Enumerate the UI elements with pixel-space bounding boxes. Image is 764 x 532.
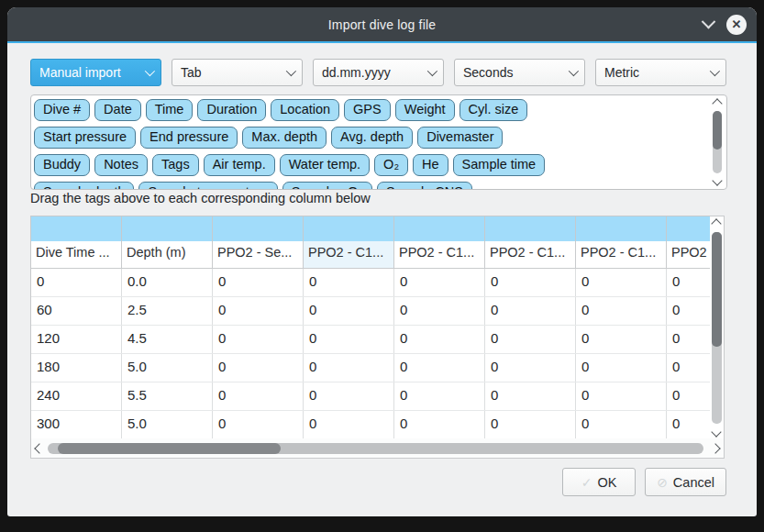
v-scrollbar-thumb[interactable] [712, 232, 722, 347]
tag-start-pressure[interactable]: Start pressure [34, 127, 136, 149]
table-cell[interactable]: 0 [304, 326, 394, 353]
table-cell[interactable]: 0 [667, 297, 710, 325]
tag-air-temp[interactable]: Air temp. [204, 154, 275, 176]
scroll-left-icon[interactable] [31, 445, 48, 452]
table-horizontal-scrollbar[interactable] [31, 438, 724, 458]
scroll-down-icon[interactable] [711, 427, 721, 437]
tag-sample-temperature[interactable]: Sample temperature [138, 182, 277, 190]
tag-sample-depth[interactable]: Sample depth [34, 182, 134, 190]
table-cell[interactable]: 0.0 [122, 269, 213, 296]
tag-sample-cns[interactable]: Sample CNS [377, 182, 472, 190]
column-header-5[interactable]: PPO2 - C1... [485, 241, 576, 268]
tag-dive[interactable]: Dive # [34, 99, 90, 121]
table-cell[interactable]: 0 [394, 326, 485, 353]
tag-gps[interactable]: GPS [344, 99, 391, 121]
table-cell[interactable]: 0 [576, 326, 667, 353]
drop-target-cell[interactable] [304, 216, 394, 241]
tag-date[interactable]: Date [94, 99, 141, 121]
table-cell[interactable]: 0 [485, 326, 576, 353]
v-scrollbar-track[interactable] [712, 232, 722, 424]
table-cell[interactable]: 0 [213, 382, 304, 410]
table-cell[interactable]: 0 [667, 354, 710, 382]
table-cell[interactable]: 0 [213, 326, 304, 353]
table-cell[interactable]: 0 [576, 354, 667, 382]
table-cell[interactable]: 0 [485, 411, 576, 438]
drop-target-cell[interactable] [31, 216, 122, 241]
tag-end-pressure[interactable]: End pressure [140, 127, 238, 149]
h-scrollbar-track[interactable] [48, 443, 703, 454]
tags-scrollbar-track[interactable] [713, 111, 722, 173]
column-header-4[interactable]: PPO2 - C1... [394, 241, 485, 268]
drop-target-cell[interactable] [213, 216, 304, 241]
table-cell[interactable]: 0 [304, 269, 394, 296]
table-cell[interactable]: 0 [394, 382, 485, 410]
table-cell[interactable]: 0 [394, 411, 485, 438]
table-cell[interactable]: 0 [576, 269, 667, 296]
table-cell[interactable]: 0 [213, 297, 304, 325]
table-cell[interactable]: 2.5 [122, 297, 213, 325]
column-header-2[interactable]: PPO2 - Se... [213, 241, 304, 268]
tag-water-temp[interactable]: Water temp. [280, 154, 370, 176]
tag-he[interactable]: He [413, 154, 448, 176]
tag-sample-po[interactable]: Sample pO₂ [282, 182, 372, 190]
tag-o[interactable]: O₂ [374, 154, 408, 176]
scroll-up-icon[interactable] [712, 98, 722, 108]
drop-target-cell[interactable] [667, 216, 710, 241]
scroll-down-icon[interactable] [712, 175, 722, 185]
table-cell[interactable]: 0 [576, 411, 667, 438]
table-cell[interactable]: 0 [213, 354, 304, 382]
tag-buddy[interactable]: Buddy [34, 154, 90, 176]
column-header-7[interactable]: PPO2 - C1... [667, 241, 710, 268]
drop-target-cell[interactable] [485, 216, 576, 241]
table-cell[interactable]: 120 [31, 326, 122, 353]
column-header-1[interactable]: Depth (m) [122, 241, 213, 268]
tag-duration[interactable]: Duration [197, 99, 266, 121]
table-cell[interactable]: 5.0 [122, 354, 213, 382]
table-cell[interactable]: 0 [576, 297, 667, 325]
field-separator-dropdown[interactable]: Tab [172, 59, 303, 86]
column-header-0[interactable]: Dive Time ... [31, 241, 122, 268]
table-cell[interactable]: 300 [31, 411, 122, 438]
close-button[interactable]: ✕ [726, 15, 747, 35]
tag-max-depth[interactable]: Max. depth [242, 127, 327, 149]
table-cell[interactable]: 0 [485, 382, 576, 410]
tag-notes[interactable]: Notes [94, 154, 148, 176]
import-mode-dropdown[interactable]: Manual import [30, 59, 161, 86]
table-cell[interactable]: 0 [213, 269, 304, 296]
drop-target-cell[interactable] [576, 216, 667, 241]
tag-sample-time[interactable]: Sample time [453, 154, 546, 176]
table-cell[interactable]: 0 [394, 269, 485, 296]
tags-scrollbar[interactable] [712, 98, 723, 186]
tags-scrollbar-thumb[interactable] [713, 111, 722, 150]
scroll-up-icon[interactable] [711, 218, 721, 228]
drop-target-cell[interactable] [394, 216, 485, 241]
table-cell[interactable]: 180 [31, 354, 122, 382]
table-cell[interactable]: 4.5 [122, 326, 213, 353]
table-cell[interactable]: 0 [485, 297, 576, 325]
table-cell[interactable]: 0 [667, 269, 710, 296]
shade-chevron-icon[interactable] [702, 15, 716, 29]
drop-target-cell[interactable] [122, 216, 213, 241]
table-cell[interactable]: 0 [485, 269, 576, 296]
tag-tags[interactable]: Tags [152, 154, 199, 176]
tag-weight[interactable]: Weight [395, 99, 455, 121]
table-cell[interactable]: 0 [304, 297, 394, 325]
tag-divemaster[interactable]: Divemaster [417, 127, 503, 149]
titlebar[interactable]: Import dive log file ✕ [7, 7, 757, 41]
tag-time[interactable]: Time [146, 99, 194, 121]
table-cell[interactable]: 0 [576, 382, 667, 410]
date-format-dropdown[interactable]: dd.mm.yyyy [313, 59, 444, 86]
table-vertical-scrollbar[interactable] [711, 218, 723, 438]
h-scrollbar-thumb[interactable] [58, 443, 281, 454]
table-cell[interactable]: 0 [31, 269, 122, 296]
scroll-right-icon[interactable] [707, 445, 724, 452]
tag-avg-depth[interactable]: Avg. depth [331, 127, 413, 149]
table-cell[interactable]: 0 [394, 354, 485, 382]
ok-button[interactable]: ✓ OK [562, 468, 636, 496]
column-header-6[interactable]: PPO2 - C1... [576, 241, 667, 268]
tag-cyl-size[interactable]: Cyl. size [460, 99, 528, 121]
table-cell[interactable]: 0 [304, 354, 394, 382]
tag-location[interactable]: Location [271, 99, 339, 121]
table-cell[interactable]: 5.5 [122, 382, 213, 410]
table-cell[interactable]: 0 [485, 354, 576, 382]
